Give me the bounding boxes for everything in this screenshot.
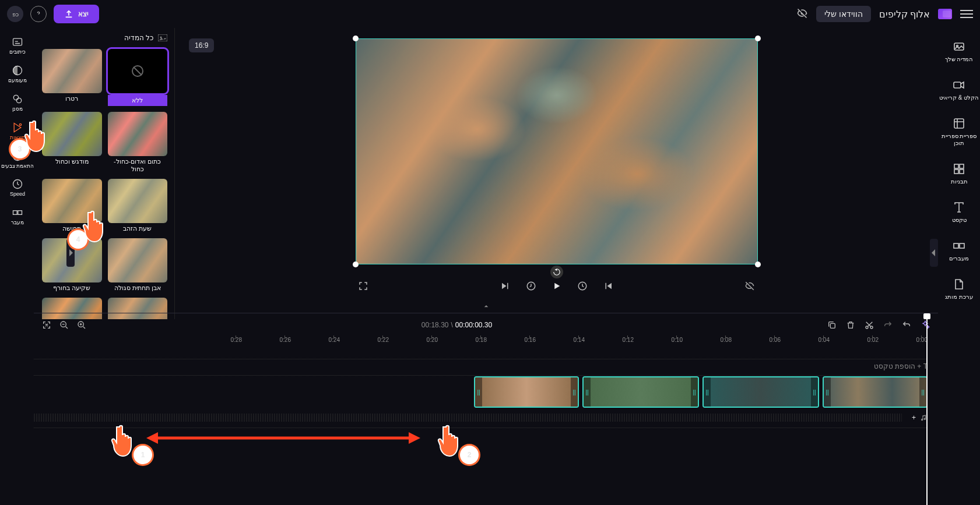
nav-record-icon [952, 78, 966, 92]
delete-icon[interactable] [846, 320, 855, 330]
nav-text-icon [952, 200, 966, 214]
timeline-time: 00:00:00.30 \ 00:18.30 [421, 321, 492, 329]
preview-image [356, 39, 757, 264]
clip-1[interactable]: |||| [823, 376, 928, 408]
tutorial-hand-1 [109, 421, 140, 458]
left-sidebar: כיתוביםמעומעםמסנןתוצאותהתאמת צבעיםSpeedמ… [0, 28, 35, 319]
left-transition-icon [12, 207, 23, 218]
tutorial-hand-3 [22, 116, 54, 154]
filters-panel: כל המדיה ללארטרוכתום ואדום-כחול-כחולמודג… [35, 28, 175, 319]
nav-brand-icon [952, 277, 966, 291]
forward-10-icon[interactable] [526, 281, 536, 293]
menu-icon[interactable] [960, 10, 973, 18]
magic-icon[interactable] [921, 320, 930, 330]
tracks: T + הוספת טקסט |||| |||| |||| |||| + [34, 352, 928, 480]
nav-transitions[interactable]: מעברים [938, 236, 980, 264]
play-button[interactable] [552, 281, 562, 293]
filter-אבן תחתית סגולה[interactable]: אבן תחתית סגולה [108, 238, 168, 292]
nav-media[interactable]: המדיה שלך [938, 37, 980, 65]
left-filter-icon [12, 93, 23, 105]
timeline-ruler[interactable]: 0:000:020:040:060:080:100:120:140:160:18… [34, 337, 928, 352]
clip-2[interactable]: |||| [702, 376, 819, 408]
nav-brand[interactable]: ערכת מותג [938, 275, 980, 303]
nav-templates[interactable]: תבניות [938, 160, 980, 188]
export-label: יצא [78, 10, 89, 18]
svg-rect-15 [13, 38, 22, 45]
project-name[interactable]: הווידאו שלי [816, 6, 871, 22]
nav-record[interactable]: הקלט & קריאיט [938, 76, 980, 104]
help-icon[interactable] [30, 6, 47, 22]
tutorial-arrow-icon [146, 429, 420, 447]
filter-כתום ואדום-כחול-כחול[interactable]: כתום ואדום-כחול-כחול [108, 112, 168, 173]
left-fade-icon [12, 65, 23, 76]
svg-rect-22 [13, 211, 17, 215]
filter-ללא[interactable]: ללא [108, 49, 168, 106]
left-speed-icon [12, 178, 23, 190]
filter-שעת הזהב[interactable]: שעת הזהב [108, 179, 168, 232]
expand-timeline-icon[interactable] [34, 302, 938, 313]
timeline-tools [827, 320, 930, 330]
svg-rect-9 [960, 243, 964, 248]
clip-4[interactable]: |||| [474, 376, 579, 408]
nav-text[interactable]: טקסט [938, 198, 980, 226]
nav-templates-icon [952, 162, 966, 176]
left-filter[interactable]: מסנן [12, 93, 23, 112]
add-text-hint[interactable]: T + הוספת טקסט [874, 362, 928, 370]
svg-point-18 [16, 98, 21, 103]
add-audio-hint[interactable]: + [912, 414, 928, 422]
svg-point-17 [13, 95, 18, 100]
resize-handle-tl[interactable] [755, 36, 761, 41]
premium-badge[interactable]: כפ [7, 6, 23, 22]
rewind-10-icon[interactable] [577, 281, 588, 293]
nav-media-icon [952, 40, 966, 54]
left-captions[interactable]: כיתובים [9, 36, 26, 55]
zoom-out-icon[interactable] [59, 320, 69, 330]
player-controls [189, 281, 924, 293]
svg-rect-23 [18, 211, 22, 215]
svg-point-24 [866, 326, 868, 329]
aspect-ratio-tag[interactable]: 16:9 [189, 38, 214, 52]
export-button[interactable]: יצא [54, 5, 99, 23]
redo-icon[interactable] [883, 320, 893, 330]
svg-rect-7 [960, 169, 964, 174]
left-fade[interactable]: מעומעם [8, 65, 27, 84]
filter-רטרו[interactable]: רטרו [42, 49, 102, 106]
right-sidebar: המדיה שלךהקלט & קריאיטספריית ספריית תוכן… [938, 28, 980, 319]
tutorial-hand-2 [435, 421, 467, 458]
svg-rect-6 [954, 169, 958, 174]
svg-rect-5 [960, 164, 964, 168]
app-logo-icon [938, 9, 952, 19]
canvas[interactable] [356, 38, 758, 264]
skip-end-icon[interactable] [500, 281, 511, 293]
zoom-in-icon[interactable] [77, 320, 86, 330]
fullscreen-icon[interactable] [358, 281, 368, 293]
visibility-off-icon[interactable] [796, 8, 808, 21]
svg-rect-3 [954, 119, 964, 128]
resize-handle-bl[interactable] [755, 262, 761, 267]
svg-rect-26 [830, 323, 835, 328]
nav-transitions-icon [952, 239, 966, 253]
timeline: 00:00:00.30 \ 00:18.30 0:000:020:040:060… [34, 313, 938, 505]
svg-rect-4 [954, 164, 958, 168]
left-speed[interactable]: Speed [10, 178, 25, 197]
tutorial-hand-4 [80, 207, 112, 244]
undo-icon[interactable] [902, 320, 911, 330]
left-transition[interactable]: מעבר [11, 207, 24, 226]
resize-handle-tr[interactable] [353, 36, 359, 41]
skip-start-icon[interactable] [603, 281, 613, 293]
duplicate-icon[interactable] [827, 320, 837, 330]
nav-library-icon [952, 116, 966, 130]
svg-rect-12 [158, 34, 167, 41]
audio-waveform[interactable] [34, 414, 902, 422]
timeline-zoom [42, 320, 86, 330]
rotate-handle-icon[interactable] [550, 266, 563, 278]
media-icon [158, 34, 167, 41]
clip-3[interactable]: |||| [582, 376, 699, 408]
top-bar: אלוף קליפים הווידאו שלי יצא כפ [0, 0, 980, 28]
zoom-fit-icon[interactable] [42, 320, 51, 330]
nav-library[interactable]: ספריית ספריית תוכן [938, 114, 980, 149]
resize-handle-br[interactable] [353, 262, 359, 267]
playhead[interactable] [926, 313, 928, 505]
cut-icon[interactable] [865, 320, 874, 330]
preview-visibility-icon[interactable] [744, 281, 755, 293]
